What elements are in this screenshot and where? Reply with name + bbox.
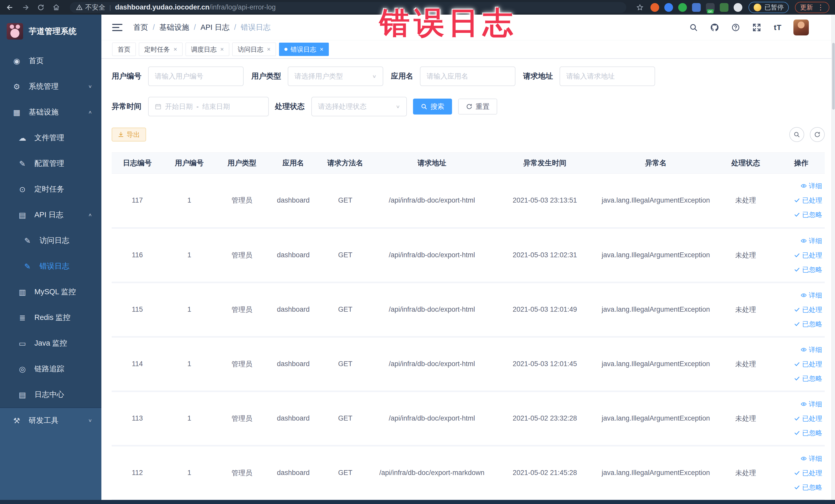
search-button[interactable]: 搜索 — [413, 99, 452, 115]
date-range-picker[interactable]: 开始日期 - 结束日期 — [148, 97, 269, 116]
reload-icon[interactable] — [37, 3, 45, 12]
table-row: 114 1 管理员 dashboard GET /api/infra/db-do… — [111, 337, 825, 391]
detail-link[interactable]: 详细 — [778, 234, 822, 248]
close-icon[interactable]: × — [267, 46, 270, 53]
view-tab[interactable]: 调度日志 × — [186, 43, 229, 56]
breadcrumb-item[interactable]: 首页/ — [133, 22, 159, 33]
address-bar[interactable]: 不安全 | dashboard.yudao.iocoder.cn/infra/l… — [70, 2, 626, 13]
user-type-select[interactable]: 请选择用户类型 ∨ — [288, 66, 383, 86]
white-paw-extension-icon[interactable] — [734, 3, 742, 12]
field-label: 应用名 — [391, 71, 413, 81]
sidebar-item[interactable]: ⊙ 定时任务 — [0, 176, 101, 202]
page-scrollbar[interactable] — [831, 15, 835, 500]
field-label: 请求地址 — [523, 71, 553, 81]
view-tab[interactable]: 定时任务 × — [139, 43, 183, 56]
sidebar-item-label: 定时任务 — [34, 184, 101, 194]
avatar[interactable] — [793, 20, 809, 36]
sidebar-item[interactable]: ▤ 日志中心 — [0, 382, 101, 407]
mark-processed-link[interactable]: 已处理 — [778, 466, 822, 480]
sidebar-item[interactable]: ▤ API 日志 ∧ — [0, 202, 101, 228]
close-icon[interactable]: × — [220, 46, 224, 53]
mark-ignored-link[interactable]: 已忽略 — [778, 480, 822, 495]
font-size-icon[interactable]: tT — [772, 22, 783, 33]
cell-exception-name: java.lang.IllegalArgumentException — [598, 391, 714, 446]
active-dot-icon — [284, 48, 287, 51]
bookmark-star-icon[interactable] — [635, 3, 644, 12]
detail-link[interactable]: 详细 — [778, 397, 822, 411]
blue-pin-extension-icon[interactable] — [664, 3, 673, 12]
forward-icon[interactable] — [21, 3, 30, 12]
mark-ignored-link[interactable]: 已忽略 — [778, 426, 822, 440]
sidebar-item[interactable]: ▥ MySQL 监控 — [0, 279, 101, 305]
mark-ignored-link[interactable]: 已忽略 — [778, 317, 822, 331]
bottom-edge-strip — [0, 500, 835, 504]
mark-processed-link[interactable]: 已处理 — [778, 248, 822, 262]
process-status-select[interactable]: 请选择处理状态 ∨ — [311, 97, 407, 116]
cell-request-url: /api/infra/db-doc/export-html — [372, 228, 492, 282]
mark-processed-link[interactable]: 已处理 — [778, 193, 822, 207]
cell-log-id: 113 — [111, 391, 163, 446]
update-button[interactable]: 更新 ⋮ — [795, 2, 829, 13]
sidebar-item[interactable]: ✎ 错误日志 — [0, 254, 101, 279]
app-logo[interactable]: 芋道管理系统 — [0, 15, 101, 48]
scrollbar-thumb[interactable] — [832, 43, 835, 109]
topbar-actions: tT — [688, 20, 824, 36]
mark-ignored-link[interactable]: 已忽略 — [778, 207, 822, 222]
end-date-placeholder: 结束日期 — [202, 102, 230, 111]
orange-ring-extension-icon[interactable] — [650, 3, 659, 12]
green-leaf-extension-icon[interactable] — [720, 3, 729, 12]
back-icon[interactable] — [6, 3, 14, 12]
sidebar-item[interactable]: ✎ 配置管理 — [0, 151, 101, 176]
sidebar-item[interactable]: ▭ Java 监控 — [0, 330, 101, 356]
browser-menu-icon[interactable]: ⋮ — [817, 3, 824, 12]
close-icon[interactable]: × — [320, 46, 323, 53]
sidebar-item[interactable]: ▦ 基础设施 ∧ — [0, 99, 101, 125]
cell-log-id: 115 — [111, 282, 163, 337]
detail-link[interactable]: 详细 — [778, 451, 822, 466]
detail-link[interactable]: 详细 — [778, 288, 822, 302]
detail-link[interactable]: 详细 — [778, 179, 822, 193]
fullscreen-icon[interactable] — [751, 22, 762, 33]
column-header: 日志编号 — [111, 153, 163, 174]
sidebar-item[interactable]: ≣ Redis 监控 — [0, 305, 101, 330]
breadcrumb-item[interactable]: API 日志/ — [201, 22, 241, 33]
reset-button[interactable]: 重置 — [458, 99, 497, 115]
paused-extension-pill[interactable]: 已暂停 — [749, 2, 789, 13]
detail-link[interactable]: 详细 — [778, 343, 822, 357]
sidebar-item[interactable]: ◉ 首页 — [0, 48, 101, 74]
sidebar-item[interactable]: ✎ 访问日志 — [0, 228, 101, 254]
sidebar-item[interactable]: ☁ 文件管理 — [0, 125, 101, 151]
breadcrumb-item[interactable]: 基础设施/ — [159, 22, 201, 33]
sidebar-item[interactable]: ⚙ 系统管理 ∨ — [0, 74, 101, 99]
mark-ignored-link[interactable]: 已忽略 — [778, 262, 822, 277]
breadcrumb-item[interactable]: 错误日志/ — [241, 22, 270, 33]
sidebar-item[interactable]: ⚒ 研发工具 ∨ — [0, 407, 101, 433]
mark-processed-link[interactable]: 已处理 — [778, 411, 822, 426]
close-icon[interactable]: × — [174, 46, 177, 53]
blue-grid-extension-icon[interactable] — [692, 3, 701, 12]
github-icon[interactable] — [709, 22, 720, 33]
user-id-input[interactable] — [155, 73, 237, 80]
request-url-input[interactable] — [566, 73, 648, 80]
home-icon[interactable] — [52, 3, 61, 12]
mark-processed-link[interactable]: 已处理 — [778, 302, 822, 317]
sidebar-item-label: Java 监控 — [34, 338, 101, 348]
app-name-input[interactable] — [427, 73, 509, 80]
export-button[interactable]: 导出 — [111, 127, 146, 141]
sidebar-item[interactable]: ◎ 链路追踪 — [0, 356, 101, 382]
view-tab[interactable]: 首页 — [112, 43, 136, 56]
mark-processed-link[interactable]: 已处理 — [778, 357, 822, 371]
search-icon[interactable] — [688, 22, 699, 33]
security-warning[interactable]: 不安全 — [76, 3, 105, 12]
switch-on-extension-icon[interactable]: on — [706, 3, 715, 12]
green-check-extension-icon[interactable] — [678, 3, 687, 12]
filter-request-url: 请求地址 — [523, 66, 655, 86]
view-tab[interactable]: 错误日志 × — [279, 43, 329, 56]
view-tab[interactable]: 访问日志 × — [232, 43, 276, 56]
hamburger-icon[interactable] — [112, 24, 122, 31]
help-icon[interactable] — [730, 22, 741, 33]
mark-ignored-link[interactable]: 已忽略 — [778, 371, 822, 386]
toggle-search-button[interactable] — [789, 127, 804, 142]
refresh-button[interactable] — [810, 127, 825, 142]
filter-row-1: 用户编号 用户类型 请选择用户类型 ∨ 应用名 — [111, 66, 825, 86]
